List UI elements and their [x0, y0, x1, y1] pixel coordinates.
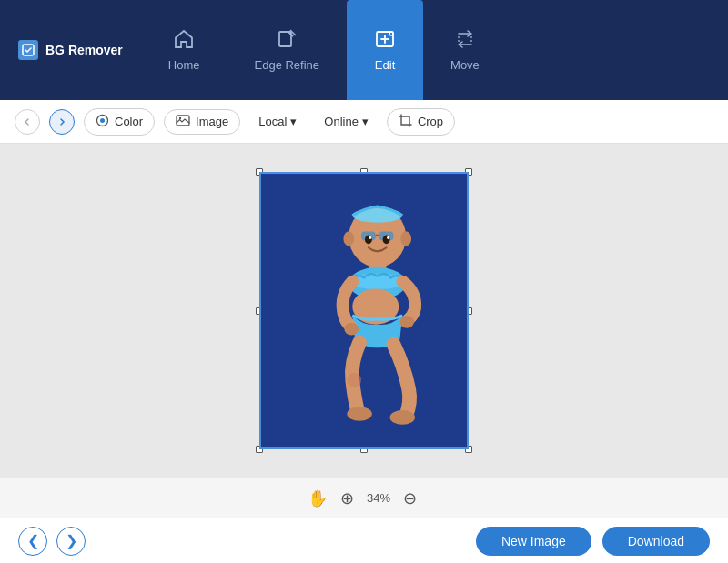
- zoom-out-button[interactable]: ⊖: [399, 488, 420, 508]
- svg-point-27: [387, 236, 389, 239]
- prev-button[interactable]: ❮: [18, 527, 47, 556]
- color-icon: [96, 114, 109, 130]
- online-dropdown[interactable]: Online ▾: [315, 110, 378, 133]
- crop-button[interactable]: Crop: [387, 108, 455, 136]
- svg-point-25: [383, 235, 390, 244]
- prev-icon: ❮: [27, 532, 39, 549]
- next-icon: ❯: [66, 532, 77, 549]
- svg-point-14: [343, 232, 354, 246]
- image-container: [259, 172, 469, 449]
- svg-point-20: [399, 316, 414, 328]
- tab-edit[interactable]: Edit: [347, 0, 423, 100]
- svg-point-19: [344, 323, 359, 336]
- svg-point-24: [365, 235, 372, 244]
- next-button[interactable]: ❯: [56, 527, 86, 556]
- image-label: Image: [196, 115, 228, 128]
- canvas-area: [0, 144, 728, 478]
- color-label: Color: [115, 115, 143, 128]
- toolbar: Color Image Local ▾ Online ▾ Crop: [0, 100, 728, 144]
- local-chevron-icon: ▾: [290, 115, 297, 128]
- color-button[interactable]: Color: [84, 108, 155, 136]
- svg-rect-1: [279, 32, 291, 46]
- tab-edge-refine-label: Edge Refine: [255, 58, 320, 72]
- logo: BG Remover: [18, 40, 123, 60]
- pan-icon: ✋: [308, 488, 328, 508]
- pagination-controls: ❮ ❯: [18, 527, 86, 556]
- baby-illustration: [261, 174, 467, 447]
- status-bar: ✋ ⊕ 34% ⊖: [0, 478, 728, 518]
- action-buttons: New Image Download: [476, 527, 710, 556]
- svg-point-7: [179, 116, 181, 118]
- move-icon: [454, 29, 476, 53]
- tab-move-label: Move: [450, 58, 480, 72]
- bottom-bar: ❮ ❯ New Image Download: [0, 518, 728, 563]
- edge-refine-icon: [276, 29, 298, 53]
- tab-move[interactable]: Move: [423, 0, 507, 100]
- tab-edge-refine[interactable]: Edge Refine: [228, 0, 348, 100]
- nav-tabs: Home Edge Refine Edit: [141, 0, 507, 100]
- svg-point-23: [347, 373, 361, 387]
- forward-button[interactable]: [49, 109, 75, 135]
- crop-label: Crop: [418, 115, 443, 128]
- app-title: BG Remover: [46, 43, 123, 57]
- svg-point-15: [400, 232, 411, 246]
- image-button[interactable]: Image: [164, 109, 240, 135]
- svg-point-3: [389, 32, 393, 35]
- logo-icon: [18, 40, 38, 60]
- home-icon: [173, 29, 195, 53]
- edit-icon: [374, 29, 396, 53]
- download-button[interactable]: Download: [602, 527, 710, 556]
- header: BG Remover Home Edge Refine: [0, 0, 728, 100]
- svg-point-21: [347, 407, 372, 421]
- image-frame: [259, 172, 469, 449]
- tab-edit-label: Edit: [375, 58, 395, 72]
- online-label: Online: [324, 115, 359, 128]
- zoom-level: 34%: [367, 491, 390, 505]
- svg-point-5: [100, 118, 105, 123]
- tab-home[interactable]: Home: [141, 0, 228, 100]
- new-image-button[interactable]: New Image: [476, 527, 592, 556]
- local-dropdown[interactable]: Local ▾: [249, 110, 306, 133]
- svg-point-22: [389, 410, 415, 425]
- online-chevron-icon: ▾: [362, 115, 369, 128]
- crop-icon: [399, 114, 412, 130]
- svg-point-26: [369, 236, 371, 239]
- image-icon: [176, 115, 190, 129]
- zoom-control: ✋ ⊕ 34% ⊖: [308, 488, 420, 508]
- tab-home-label: Home: [168, 58, 200, 72]
- zoom-in-button[interactable]: ⊕: [337, 488, 358, 508]
- local-label: Local: [258, 115, 287, 128]
- back-button[interactable]: [15, 109, 40, 135]
